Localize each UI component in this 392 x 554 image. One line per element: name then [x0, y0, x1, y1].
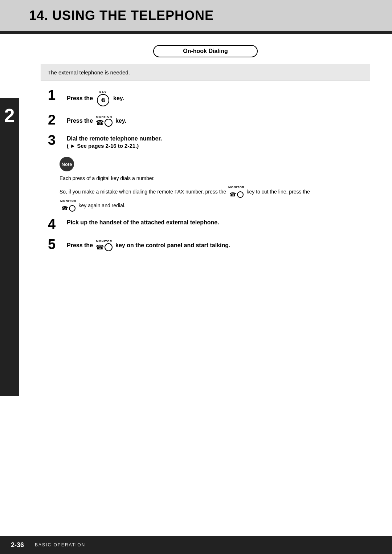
monitor-key-wrap-2: MONITOR ☎ [96, 115, 113, 127]
monitor-key-row-note2: ☎ [61, 204, 75, 213]
step-1-content: Press the FAX ⑯ key. [67, 90, 370, 106]
monitor-label-note1: MONITOR [228, 185, 245, 190]
info-box: The external telephone is needed. [41, 64, 370, 81]
step-3: 3 Dial the remote telephone number. ( ► … [48, 135, 370, 149]
footer-section-label: BASIC OPERATION [35, 542, 85, 547]
step-4: 4 Pick up the handset of the attached ex… [48, 219, 370, 231]
step-1-wrap: Press the FAX ⑯ key. [67, 90, 370, 106]
step-1-text-before: Press the [67, 95, 93, 102]
step-3-line2: ( ► See pages 2-16 to 2-21.) [67, 143, 370, 149]
note-p2b-text: key to cut the line, press the [247, 189, 310, 195]
footer-page-number: 2-36 [11, 541, 24, 549]
note-container: Note Each press of a digital key dials a… [60, 157, 370, 213]
step-5-text-before: Press the [67, 242, 93, 249]
monitor-label-5: MONITOR [96, 240, 113, 243]
step-2-number: 2 [48, 113, 67, 127]
note-badge-label: Note [62, 162, 72, 167]
step-4-number: 4 [48, 217, 67, 231]
page-title: 14. USING THE TELEPHONE [29, 8, 214, 23]
note-badge: Note [60, 157, 74, 171]
note-p2c-text: key again and redial. [79, 203, 126, 208]
step-1-text-after: key. [113, 95, 124, 102]
step-4-line1: Pick up the handset of the attached exte… [67, 219, 370, 226]
content-area: On-hook Dialing The external telephone i… [19, 45, 392, 251]
note-paragraph-1: Each press of a digital key dials a numb… [60, 174, 370, 182]
step-2: 2 Press the MONITOR ☎ key. [48, 114, 370, 127]
step-2-text-after: key. [115, 118, 126, 124]
step-5-number: 5 [48, 237, 67, 251]
step-3-number: 3 [48, 133, 67, 147]
fax-key-icon: ⑯ [97, 94, 109, 106]
fax-key-wrap: FAX ⑯ [96, 90, 110, 106]
monitor-phone-icon-2: ☎ [96, 119, 104, 127]
monitor-label-note2: MONITOR [60, 199, 77, 204]
sidebar-tab: 2 [0, 98, 19, 396]
monitor-phone-note2: ☎ [61, 204, 68, 213]
step-1-number: 1 [48, 88, 67, 102]
step-3-line1: Dial the remote telephone number. [67, 135, 370, 142]
monitor-circle-note1 [237, 191, 244, 198]
monitor-key-note1: MONITOR ☎ [228, 185, 245, 199]
section-title-box: On-hook Dialing [153, 45, 258, 57]
step-3-content: Dial the remote telephone number. ( ► Se… [67, 135, 370, 149]
fax-label: FAX [99, 90, 107, 94]
step-5: 5 Press the MONITOR ☎ key on the control… [48, 239, 370, 251]
steps-container: 1 Press the FAX ⑯ key. 2 [41, 90, 370, 149]
step-4-content: Pick up the handset of the attached exte… [67, 219, 370, 226]
note-paragraph-2: So, if you make a mistake when dialing t… [60, 185, 370, 213]
steps-container-2: 4 Pick up the handset of the attached ex… [41, 219, 370, 251]
section-title: On-hook Dialing [183, 48, 228, 54]
monitor-key-note2: MONITOR ☎ [60, 199, 77, 213]
page-footer: 2-36 BASIC OPERATION [0, 536, 392, 554]
step-5-text-after: key on the control panel and start talki… [115, 242, 230, 249]
monitor-key-row-2: ☎ [96, 119, 113, 127]
note-p2-text: So, if you make a mistake when dialing t… [60, 189, 226, 195]
monitor-key-wrap-5: MONITOR ☎ [96, 240, 113, 251]
note-text: Each press of a digital key dials a numb… [60, 174, 370, 213]
monitor-phone-note1: ☎ [229, 190, 236, 199]
header-divider [0, 33, 392, 34]
monitor-circle-2 [105, 119, 113, 127]
monitor-circle-note2 [69, 205, 75, 212]
monitor-key-row-note1: ☎ [229, 190, 244, 199]
step-5-content: Press the MONITOR ☎ key on the control p… [67, 239, 370, 251]
step-2-content: Press the MONITOR ☎ key. [67, 114, 370, 127]
info-box-text: The external telephone is needed. [48, 69, 130, 76]
monitor-phone-5: ☎ [96, 243, 104, 251]
step-1: 1 Press the FAX ⑯ key. [48, 90, 370, 106]
fax-key-inner-icon: ⑯ [101, 98, 105, 103]
step-2-text-before: Press the [67, 118, 93, 124]
monitor-label-2: MONITOR [96, 115, 113, 118]
page-header: 14. USING THE TELEPHONE [0, 0, 392, 33]
section-title-container: On-hook Dialing [41, 45, 370, 57]
step-5-wrap: Press the MONITOR ☎ key on the control p… [67, 240, 370, 251]
step-2-wrap: Press the MONITOR ☎ key. [67, 115, 370, 127]
monitor-key-row-5: ☎ [96, 243, 113, 251]
monitor-circle-5 [105, 243, 113, 251]
sidebar-number: 2 [4, 105, 15, 126]
